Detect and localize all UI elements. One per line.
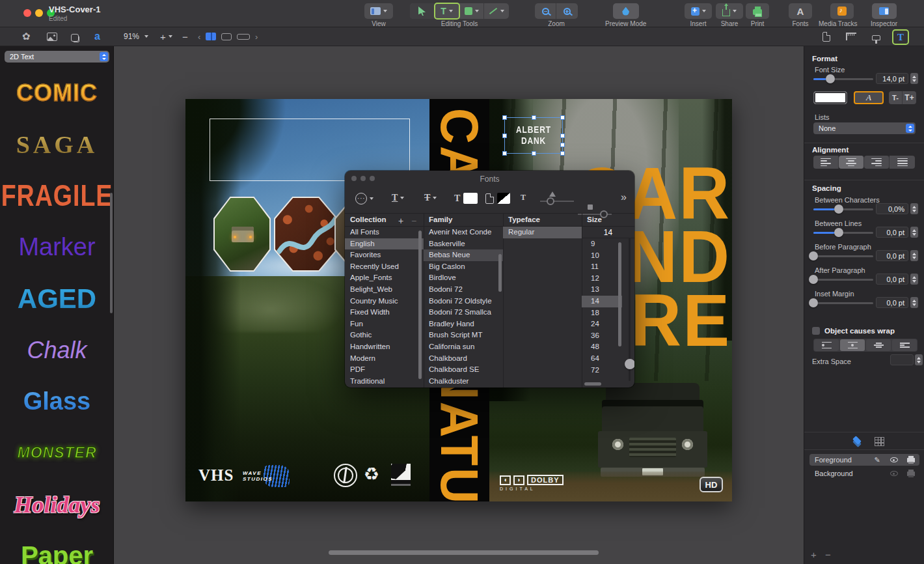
slider-thumb[interactable] xyxy=(834,228,843,237)
collection-scrollbar[interactable] xyxy=(418,231,422,379)
artist-text-selection[interactable]: ALBERT DANK xyxy=(504,117,563,154)
text-mode-select[interactable]: 2D Text xyxy=(5,51,109,63)
collection-item[interactable]: Fun xyxy=(345,318,424,330)
align-justify-button[interactable] xyxy=(890,156,915,169)
size-value-field[interactable]: 14 xyxy=(582,227,634,238)
visibility-toggle[interactable] xyxy=(886,470,903,477)
inspector-tab-text[interactable]: T xyxy=(893,30,908,44)
fonts-button[interactable]: A xyxy=(789,3,812,19)
canvas-horizontal-scrollbar[interactable] xyxy=(329,550,599,555)
spacing-stepper[interactable] xyxy=(910,274,918,285)
insert-image-button[interactable] xyxy=(47,30,57,43)
family-scrollbar[interactable] xyxy=(498,254,502,292)
certification-circle-logo[interactable] xyxy=(334,464,357,487)
slider-knob[interactable] xyxy=(547,197,554,205)
more-toolbar-items-button[interactable]: » xyxy=(621,191,627,203)
text-style-preset[interactable]: FRAGILE xyxy=(3,166,111,225)
selection-handle-br[interactable] xyxy=(560,151,565,156)
size-item[interactable]: 9 xyxy=(582,238,622,250)
shadow-angle-slider[interactable] xyxy=(540,193,574,206)
zoom-out-button[interactable] xyxy=(535,3,556,19)
text-style-preset[interactable]: Holidays xyxy=(0,479,114,530)
collection-item[interactable]: English xyxy=(345,238,424,250)
insert-shape-button[interactable] xyxy=(73,33,79,46)
media-tracks-button[interactable] xyxy=(830,3,854,19)
family-item[interactable]: Birdlove xyxy=(424,272,503,284)
inspector-tab-appearance[interactable] xyxy=(872,33,880,46)
family-item[interactable]: Avenir Next Conde xyxy=(424,227,503,238)
size-item[interactable]: 11 xyxy=(582,261,622,273)
collection-item[interactable]: Handwritten xyxy=(345,341,424,353)
fonts-zoom-button[interactable] xyxy=(370,176,375,181)
extra-space-field[interactable] xyxy=(890,354,914,365)
select-tool-button[interactable] xyxy=(410,3,435,19)
slider-thumb[interactable] xyxy=(809,275,818,284)
recycle-icon[interactable]: ♻ xyxy=(364,464,379,485)
collection-item[interactable]: Modern xyxy=(345,353,424,365)
spacing-stepper[interactable] xyxy=(910,250,918,261)
spacing-slider[interactable] xyxy=(813,228,873,237)
fonts-panel-titlebar[interactable]: Fonts xyxy=(345,171,634,186)
view-button[interactable] xyxy=(364,3,393,19)
size-item[interactable]: 13 xyxy=(582,284,622,296)
font-size-field[interactable]: 14,0 pt xyxy=(876,73,908,84)
prev-page-button[interactable]: ‹ xyxy=(198,30,200,43)
share-button[interactable] xyxy=(716,3,743,19)
size-scrollbar[interactable] xyxy=(618,242,621,346)
zoom-level-dropdown[interactable]: 91% xyxy=(124,30,148,43)
fonts-panel[interactable]: Fonts ··· T T T T » Collection + − Famil… xyxy=(345,171,634,388)
remove-page-button[interactable]: − xyxy=(182,30,188,43)
layers-tab-icon[interactable] xyxy=(851,436,863,447)
hd-badge[interactable]: HD xyxy=(700,477,723,492)
sidebar-scrollbar[interactable] xyxy=(110,193,113,313)
vhs-logo[interactable]: VHS xyxy=(198,466,234,485)
spacing-slider[interactable] xyxy=(813,204,873,214)
print-toggle[interactable] xyxy=(903,456,919,464)
collection-item[interactable]: Fixed Width xyxy=(345,307,424,318)
spacing-stepper[interactable] xyxy=(910,297,918,308)
family-item[interactable]: Bodoni 72 Oldstyle xyxy=(424,296,503,307)
wrap-style-4-button[interactable] xyxy=(892,339,917,351)
collection-item[interactable]: Belight_Web xyxy=(345,284,424,296)
spacing-slider[interactable] xyxy=(813,298,873,307)
text-style-preset[interactable]: Marker xyxy=(0,221,114,273)
page-wide-button[interactable] xyxy=(237,30,250,43)
text-tool-button[interactable]: T xyxy=(435,3,459,19)
line-tool-button[interactable] xyxy=(484,3,509,19)
selection-handle-ml[interactable] xyxy=(502,134,507,138)
collection-item[interactable]: PDF xyxy=(345,364,424,376)
octagon-photo-river[interactable] xyxy=(274,197,338,272)
strikethrough-button[interactable]: T xyxy=(424,193,437,203)
align-center-button[interactable] xyxy=(839,156,864,169)
size-item[interactable]: 18 xyxy=(582,307,622,319)
layer-row[interactable]: Background ✎ xyxy=(809,468,919,479)
add-layer-button[interactable]: + xyxy=(811,549,817,560)
selection-handle-bl[interactable] xyxy=(502,151,507,156)
size-slider-knob[interactable] xyxy=(625,359,635,369)
collection-item[interactable]: Apple_Fonts xyxy=(345,272,424,284)
add-collection-button[interactable]: + xyxy=(398,216,403,226)
add-page-button[interactable]: + xyxy=(160,30,172,43)
wrap-style-2-button[interactable] xyxy=(840,339,865,351)
spacing-value-field[interactable]: 0,0 pt xyxy=(876,297,908,308)
slider-thumb[interactable] xyxy=(809,298,818,307)
selection-handle-tm[interactable] xyxy=(532,115,536,120)
size-item[interactable]: 48 xyxy=(582,341,622,353)
wrap-style-1-button[interactable] xyxy=(814,339,839,351)
remove-collection-button[interactable]: − xyxy=(411,216,416,226)
family-item[interactable]: California sun xyxy=(424,341,503,353)
size-item[interactable]: 72 xyxy=(582,365,622,376)
text-shadow-button[interactable]: T xyxy=(521,193,526,203)
spacing-stepper[interactable] xyxy=(910,203,918,214)
fonts-minimize-button[interactable] xyxy=(360,176,366,181)
pencil-icon[interactable]: ✎ xyxy=(869,456,886,464)
underline-button[interactable]: T xyxy=(392,193,404,203)
text-fill-swatch-button[interactable] xyxy=(813,91,847,104)
print-button[interactable] xyxy=(746,3,769,19)
print-toggle[interactable] xyxy=(903,470,919,477)
grid-tab-icon[interactable] xyxy=(875,437,884,446)
minimize-window-button[interactable] xyxy=(35,9,43,17)
font-size-slider[interactable] xyxy=(813,74,873,83)
family-item[interactable]: Bebas Neue xyxy=(424,249,503,261)
size-item[interactable]: 24 xyxy=(582,318,622,330)
